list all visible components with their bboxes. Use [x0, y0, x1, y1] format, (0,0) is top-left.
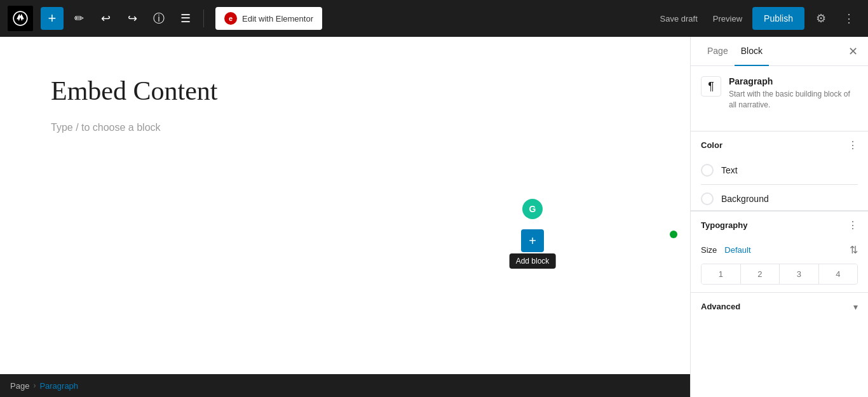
- wp-logo[interactable]: [8, 6, 33, 31]
- size-controls-button[interactable]: ⇅: [850, 244, 858, 256]
- breadcrumb-current[interactable]: Paragraph: [39, 381, 78, 391]
- save-draft-button[interactable]: Save draft: [655, 10, 703, 27]
- size-default-value: Default: [724, 245, 750, 255]
- background-color-option[interactable]: Background: [691, 187, 868, 210]
- paragraph-icon: ¶: [701, 76, 721, 97]
- advanced-title: Advanced: [701, 302, 740, 311]
- sidebar-close-button[interactable]: ✕: [848, 37, 858, 65]
- sidebar: Page Block ✕ ¶ Paragraph Start with the …: [690, 37, 868, 397]
- undo-button[interactable]: ↩: [94, 7, 117, 30]
- add-block-area: G + Add block: [521, 199, 544, 252]
- chevron-down-icon: ▾: [853, 302, 858, 312]
- block-type-header: ¶ Paragraph Start with the basic buildin…: [701, 76, 858, 111]
- color-more-button[interactable]: ⋮: [848, 139, 858, 151]
- breadcrumb-separator: ›: [33, 381, 36, 390]
- toolbar-separator: [203, 10, 204, 27]
- settings-button[interactable]: ⚙: [810, 7, 832, 30]
- breadcrumb: Page › Paragraph: [0, 374, 690, 397]
- text-color-label: Text: [721, 165, 738, 175]
- breadcrumb-page[interactable]: Page: [10, 381, 29, 391]
- color-section-header: Color ⋮: [691, 131, 868, 159]
- color-section-title: Color: [701, 140, 722, 150]
- size-label: Size: [701, 245, 717, 255]
- block-type-name: Paragraph: [729, 76, 858, 86]
- main-layout: Embed Content Type / to choose a block G…: [0, 37, 868, 397]
- publish-button[interactable]: Publish: [752, 7, 804, 30]
- list-view-button[interactable]: ☰: [174, 7, 197, 30]
- edit-with-elementor-button[interactable]: e Edit with Elementor: [215, 7, 322, 30]
- size-row: Size Default ⇅: [691, 239, 868, 261]
- sidebar-tabs: Page Block ✕: [691, 37, 868, 66]
- typography-title: Typography: [701, 220, 747, 230]
- typography-section: Typography ⋮ Size Default ⇅ 1 2 3 4: [691, 210, 868, 292]
- size-option-4[interactable]: 4: [819, 264, 858, 284]
- size-option-2[interactable]: 2: [741, 264, 780, 284]
- preview-button[interactable]: Preview: [708, 10, 747, 27]
- block-panel: ¶ Paragraph Start with the basic buildin…: [691, 66, 868, 131]
- green-status-dot: [670, 231, 677, 238]
- editor-area[interactable]: Embed Content Type / to choose a block G…: [0, 37, 690, 397]
- tab-block[interactable]: Block: [735, 37, 769, 66]
- topbar: + ✏ ↩ ↪ ⓘ ☰ e Edit with Elementor Save d…: [0, 0, 868, 37]
- text-color-option[interactable]: Text: [691, 159, 868, 182]
- size-option-1[interactable]: 1: [702, 264, 741, 284]
- size-option-3[interactable]: 3: [780, 264, 819, 284]
- background-color-radio[interactable]: [701, 192, 714, 205]
- post-title[interactable]: Embed Content: [51, 75, 639, 107]
- more-options-button[interactable]: ⋮: [837, 7, 860, 30]
- block-placeholder[interactable]: Type / to choose a block: [51, 122, 639, 133]
- elementor-icon: e: [224, 12, 237, 25]
- tab-page[interactable]: Page: [701, 37, 735, 66]
- text-color-radio[interactable]: [701, 164, 714, 177]
- add-block-topbar-button[interactable]: +: [41, 7, 64, 30]
- size-options: 1 2 3 4: [701, 264, 858, 285]
- background-color-label: Background: [721, 194, 769, 204]
- color-divider: [701, 184, 858, 185]
- typography-section-header: Typography ⋮: [691, 211, 868, 239]
- add-block-button[interactable]: + Add block: [521, 229, 544, 252]
- add-block-tooltip: Add block: [510, 253, 556, 269]
- topbar-right-actions: Save draft Preview Publish ⚙ ⋮: [655, 7, 860, 30]
- grammarly-icon: G: [522, 199, 543, 219]
- typography-more-button[interactable]: ⋮: [848, 219, 858, 231]
- block-type-info: Paragraph Start with the basic building …: [729, 76, 858, 111]
- pen-tool-button[interactable]: ✏: [67, 7, 90, 30]
- info-button[interactable]: ⓘ: [147, 7, 170, 30]
- block-type-description: Start with the basic building block of a…: [729, 89, 858, 111]
- advanced-section[interactable]: Advanced ▾: [691, 292, 868, 321]
- redo-button[interactable]: ↪: [121, 7, 144, 30]
